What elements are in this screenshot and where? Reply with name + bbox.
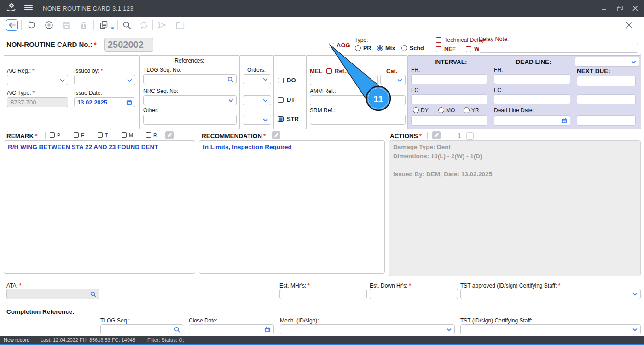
nef-checkbox[interactable] [436,46,441,52]
copy-dropdown-caret-icon[interactable] [110,23,115,32]
references-panel: References: TLOG Seq. No: NRC Seq. No: O… [139,55,239,129]
remark-m-label: M [129,132,133,138]
edit-pencil-icon [432,131,441,140]
toolbar-separator [152,20,153,30]
do-checkbox[interactable] [278,78,284,83]
send-icon [157,20,167,30]
toolbar-separator [171,20,171,30]
remark-edit-button[interactable] [165,131,174,140]
interval-dy-radio[interactable] [413,107,419,113]
deadline-fh-input[interactable] [494,74,570,84]
other-ref-input[interactable] [143,115,237,125]
remark-textarea[interactable]: R/H WING BETWEEN STA 22 AND 23 FOUND DEN… [4,140,195,274]
est-down-hrs-input[interactable] [370,289,458,299]
srm-ref-input[interactable] [310,115,406,125]
save-icon [62,20,71,30]
mel-checkbox[interactable] [326,68,332,74]
aog-checkbox[interactable] [329,43,334,48]
restore-button[interactable] [612,0,627,17]
toolbar [0,17,644,33]
next-due-input-3[interactable] [577,115,636,126]
attachments-button[interactable] [174,19,186,31]
close-icon [632,6,638,11]
nrc-seq-select[interactable] [143,95,237,105]
save-button[interactable] [60,19,72,31]
deadline-fc-input[interactable] [494,94,570,104]
est-mhrs-input[interactable] [279,289,367,299]
next-due-select[interactable] [575,57,639,67]
search-button[interactable] [121,19,133,31]
mel-label: MEL [310,68,322,75]
order-select-2[interactable] [243,95,271,105]
send-button[interactable] [156,19,168,31]
actions-add-tab-button[interactable]: + [466,132,474,140]
interval-yr-radio[interactable] [464,107,470,113]
interval-mo-radio[interactable] [438,107,444,113]
srm-ref-label: SRM Ref.: [310,107,335,114]
actions-edit-button[interactable] [432,131,441,140]
delay-note-input[interactable] [479,43,638,53]
dt-checkbox[interactable] [278,97,284,103]
header-separator [45,132,46,139]
issued-by-select[interactable] [74,75,135,85]
amm-ref-input[interactable] [310,95,406,105]
close-window-button[interactable] [627,0,643,17]
remark-e-checkbox[interactable] [74,132,79,138]
tst-approved-select[interactable] [460,289,641,299]
completion-tlog-input[interactable] [100,324,183,334]
interval-fc-input[interactable] [411,94,487,104]
interval-period-input[interactable] [411,115,487,126]
deadline-date-input[interactable] [494,115,570,126]
ata-input[interactable] [6,289,99,299]
header-separator [427,132,428,139]
type-mtx-radio[interactable] [377,45,383,51]
delete-button[interactable] [77,19,89,31]
recommendation-edit-button[interactable] [272,131,281,140]
wil-checkbox[interactable] [466,46,471,52]
actions-textarea: Damage Type: Dent Dimentions: 10(L) - 2(… [389,140,641,276]
chevron-down-icon [397,79,402,82]
next-due-input-1[interactable] [577,76,636,86]
edit-pencil-icon [272,131,281,140]
add-record-button[interactable] [43,19,55,31]
interval-dy-label: DY [421,107,429,114]
completion-tst-select[interactable] [460,324,641,334]
type-schd-radio[interactable] [401,45,407,51]
remark-t-checkbox[interactable] [98,132,103,138]
mel-ref-input[interactable] [310,75,378,85]
remark-p-checkbox[interactable] [50,132,55,138]
technical-delay-checkbox[interactable] [436,37,441,43]
back-button[interactable] [6,19,18,31]
remark-p-label: P [57,132,60,138]
close-icon [624,20,634,30]
chevron-down-icon [631,60,636,63]
refresh-button[interactable] [25,19,37,31]
ac-reg-select[interactable] [7,75,68,85]
type-pr-radio[interactable] [355,45,361,51]
close-date-input[interactable] [189,324,274,334]
close-form-button[interactable] [623,19,635,31]
minimize-button[interactable] [596,0,612,17]
mech-id-select[interactable] [280,324,455,334]
order-select-3[interactable] [243,115,271,125]
chevron-down-icon [632,328,638,331]
interval-fh-input[interactable] [411,74,487,84]
cat-select[interactable] [380,75,406,85]
copy-button[interactable] [98,19,110,31]
remark-r-checkbox[interactable] [146,132,151,138]
interval-title: INTERVAL: [411,58,490,65]
menu-button[interactable] [24,4,33,13]
str-checkbox[interactable] [278,116,284,122]
issue-date-input[interactable]: 13.02.2025 [74,97,135,107]
remark-m-checkbox[interactable] [122,132,127,138]
next-due-input-2[interactable] [577,94,636,104]
sync-button[interactable] [138,19,150,31]
est-mhrs-label: Est. MHr's:* [279,282,310,289]
orders-label: Orders: [240,67,273,73]
recommendation-title: RECOMMENDATION* [202,132,266,139]
order-select-1[interactable] [243,74,271,84]
tlog-seq-input[interactable] [143,74,237,84]
other-ref-label: Other: [143,107,158,114]
recommendation-textarea[interactable]: In Limits, Inspection Required [199,140,385,274]
sync-icon [139,20,149,30]
